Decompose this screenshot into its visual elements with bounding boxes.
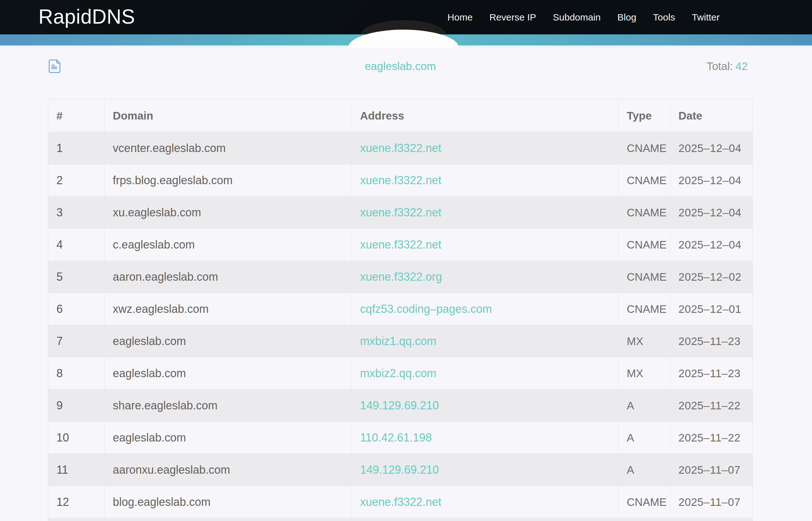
- nav-item-tools[interactable]: Tools: [653, 12, 675, 23]
- row-date: 2025–12–04: [678, 142, 741, 155]
- column-header-type: Type: [618, 99, 670, 132]
- row-number: 4: [56, 238, 63, 251]
- row-number-cell: 11: [48, 454, 104, 486]
- nav-item-blog[interactable]: Blog: [618, 12, 637, 23]
- main-nav: HomeReverse IPSubdomainBlogToolsTwitter: [447, 0, 720, 35]
- table-row: 3xu.eagleslab.comxuene.f3322.netCNAME202…: [48, 196, 753, 228]
- query-domain-link[interactable]: eagleslab.com: [365, 60, 436, 72]
- row-number: 3: [56, 206, 63, 219]
- row-date: 2025–12–04: [678, 239, 741, 251]
- row-number-cell: 7: [48, 325, 104, 357]
- row-date-cell: 2025–12–04: [670, 132, 753, 164]
- row-number-cell: 4: [48, 229, 104, 260]
- row-date-cell: 2025–12–04: [670, 197, 753, 228]
- row-type-cell: A: [618, 389, 670, 421]
- nav-item-twitter[interactable]: Twitter: [692, 12, 720, 23]
- row-number-cell: 2: [48, 164, 104, 196]
- row-address[interactable]: xuene.f3322.net: [360, 142, 441, 155]
- row-number: 9: [56, 399, 63, 412]
- row-type: MX: [627, 367, 643, 380]
- row-number: 5: [56, 270, 63, 284]
- row-date-cell: 2025–11–22: [670, 389, 753, 421]
- table-row: 5aaron.eagleslab.comxuene.f3322.orgCNAME…: [48, 260, 753, 293]
- row-date-cell: 2025–11–22: [670, 422, 753, 454]
- table-row: 11aaronxu.eagleslab.com149.129.69.210A20…: [48, 454, 753, 486]
- dns-records-table: # Domain Address Type Date 1vcenter.eagl…: [48, 99, 753, 521]
- row-type-cell: A: [618, 454, 670, 486]
- row-number-cell: 5: [48, 261, 104, 293]
- row-address-cell: xuene.f3322.net: [352, 486, 618, 518]
- row-address[interactable]: xuene.f3322.net: [360, 206, 441, 219]
- row-address[interactable]: mxbiz1.qq.com: [360, 335, 436, 348]
- row-domain-cell: c.eagleslab.com: [104, 229, 352, 260]
- row-type-cell: A: [618, 422, 670, 454]
- row-domain-cell: vcenter.eagleslab.com: [104, 132, 352, 164]
- table-header-row: # Domain Address Type Date: [48, 99, 753, 132]
- column-header-address: Address: [352, 99, 618, 132]
- row-address-cell: mxbiz2.qq.com: [352, 357, 618, 389]
- row-domain: share.eagleslab.com: [113, 399, 217, 412]
- total-count: Total:42: [707, 60, 748, 72]
- row-number-cell: 1: [48, 132, 104, 164]
- row-domain-cell: eagleslab.com: [104, 422, 352, 454]
- nav-item-subdomain[interactable]: Subdomain: [553, 12, 601, 23]
- row-type-cell: CNAME: [618, 197, 670, 228]
- row-address-cell: xuene.f3322.net: [352, 164, 618, 196]
- row-type: A: [627, 431, 634, 444]
- total-label: Total:: [707, 60, 733, 72]
- row-domain: xwz.eagleslab.com: [113, 302, 209, 316]
- row-number: 12: [56, 495, 69, 509]
- table-row: 2frps.blog.eagleslab.comxuene.f3322.netC…: [48, 164, 753, 196]
- rapiddns-logo[interactable]: RapidDNS: [39, 4, 135, 29]
- row-address[interactable]: xuene.f3322.org: [360, 270, 442, 284]
- row-number: 8: [56, 367, 63, 380]
- row-address-cell: cqfz53.coding–pages.com: [352, 293, 618, 325]
- row-date-cell: 2025–11–23: [670, 357, 753, 389]
- row-number-cell: 8: [48, 357, 104, 389]
- row-address[interactable]: 149.129.69.210: [360, 463, 439, 477]
- row-domain: eagleslab.com: [113, 431, 186, 444]
- row-domain-cell: xwz.eagleslab.com: [104, 293, 352, 325]
- row-address[interactable]: 110.42.61.198: [360, 431, 432, 444]
- row-date-cell: 2025–12–04: [670, 229, 753, 260]
- row-type: CNAME: [627, 142, 666, 155]
- document-icon[interactable]: [49, 59, 61, 73]
- row-address[interactable]: 149.129.69.210: [360, 399, 439, 412]
- total-value: 42: [735, 60, 748, 72]
- row-date: 2025–11–07: [678, 496, 740, 508]
- page: RapidDNS HomeReverse IPSubdomainBlogTool…: [0, 0, 812, 521]
- row-number-cell: 9: [48, 389, 104, 421]
- row-date: 2025–11–22: [678, 399, 740, 412]
- table-row: 10eagleslab.com110.42.61.198A2025–11–22: [48, 421, 753, 454]
- table-row: 9share.eagleslab.com149.129.69.210A2025–…: [48, 389, 753, 421]
- row-number: 11: [56, 463, 68, 477]
- row-domain-cell: eagleslab.com: [104, 325, 352, 357]
- row-type-cell: CNAME: [618, 132, 670, 164]
- row-date: 2025–11–23: [678, 367, 740, 380]
- row-type-cell: CNAME: [618, 164, 670, 196]
- row-address-cell: 149.129.69.210: [352, 389, 618, 421]
- nav-item-reverse-ip[interactable]: Reverse IP: [489, 12, 536, 23]
- row-domain-cell: aaronxu.eagleslab.com: [104, 454, 352, 486]
- table-row: 4c.eagleslab.comxuene.f3322.netCNAME2025…: [48, 228, 753, 260]
- row-address[interactable]: mxbiz2.qq.com: [360, 367, 436, 380]
- table-row: 8eagleslab.commxbiz2.qq.comMX2025–11–23: [48, 357, 753, 389]
- row-address-cell: xuene.f3322.net: [352, 132, 618, 164]
- row-type: A: [627, 463, 634, 476]
- row-number-cell: 12: [48, 486, 104, 518]
- row-address[interactable]: cqfz53.coding–pages.com: [360, 302, 492, 316]
- row-number-cell: 6: [48, 293, 104, 325]
- row-address[interactable]: xuene.f3322.net: [360, 495, 441, 509]
- nav-item-home[interactable]: Home: [447, 12, 473, 23]
- row-domain: blog.eagleslab.com: [113, 495, 211, 509]
- row-type: CNAME: [627, 239, 666, 251]
- result-toolbar: eagleslab.com Total:42: [48, 58, 753, 74]
- row-type: MX: [627, 335, 643, 347]
- row-type-cell: CNAME: [618, 293, 670, 325]
- row-domain-cell: share.eagleslab.com: [104, 389, 352, 421]
- row-type: CNAME: [627, 303, 666, 315]
- table-row: 12blog.eagleslab.comxuene.f3322.netCNAME…: [48, 486, 753, 518]
- row-address[interactable]: xuene.f3322.net: [360, 238, 441, 251]
- row-domain: xu.eagleslab.com: [113, 206, 201, 219]
- row-address[interactable]: xuene.f3322.net: [360, 174, 441, 187]
